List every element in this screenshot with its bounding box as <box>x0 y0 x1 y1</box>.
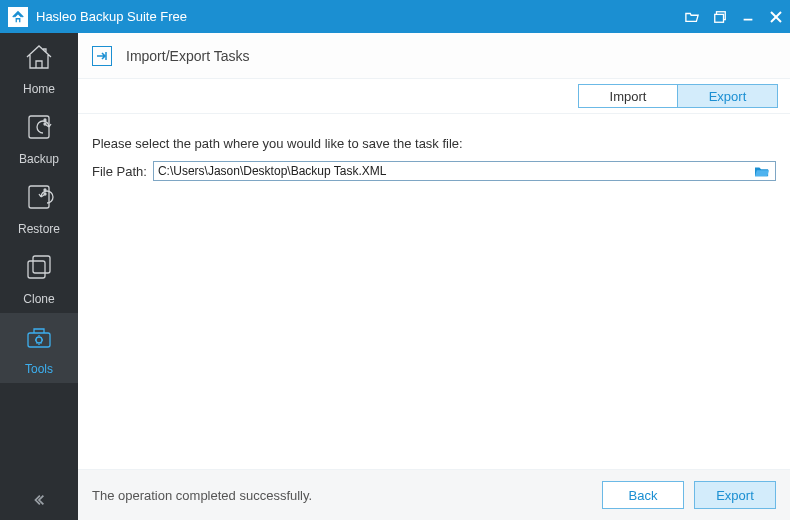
restore-window-icon[interactable] <box>706 0 734 33</box>
file-path-input[interactable]: C:\Users\Jason\Desktop\Backup Task.XML <box>153 161 776 181</box>
tab-bar: Import Export <box>78 79 790 113</box>
tab-export[interactable]: Export <box>678 84 778 108</box>
import-export-icon <box>92 46 112 66</box>
instruction-text: Please select the path where you would l… <box>92 136 776 151</box>
export-button[interactable]: Export <box>694 481 776 509</box>
sidebar: Home Backup Restore Clone Tools <box>0 33 78 520</box>
svg-rect-1 <box>715 14 724 22</box>
footer: The operation completed successfully. Ba… <box>78 470 790 520</box>
sidebar-collapse-icon[interactable] <box>0 488 78 512</box>
svg-rect-11 <box>33 256 50 273</box>
clone-icon <box>23 251 55 286</box>
close-icon[interactable] <box>762 0 790 33</box>
svg-rect-12 <box>28 261 45 278</box>
sidebar-item-home[interactable]: Home <box>0 33 78 103</box>
page-header: Import/Export Tasks <box>78 33 790 79</box>
status-text: The operation completed successfully. <box>92 488 592 503</box>
sidebar-item-tools[interactable]: Tools <box>0 313 78 383</box>
sidebar-item-label: Restore <box>18 222 60 236</box>
app-title: Hasleo Backup Suite Free <box>36 9 187 24</box>
sidebar-item-label: Tools <box>25 362 53 376</box>
file-path-value: C:\Users\Jason\Desktop\Backup Task.XML <box>158 164 753 178</box>
sidebar-item-clone[interactable]: Clone <box>0 243 78 313</box>
disk-backup-icon <box>23 111 55 146</box>
open-folder-icon[interactable] <box>678 0 706 33</box>
sidebar-item-label: Clone <box>23 292 54 306</box>
disk-restore-icon <box>23 181 55 216</box>
svg-point-7 <box>44 123 46 125</box>
sidebar-item-label: Backup <box>19 152 59 166</box>
main-panel: Import/Export Tasks Import Export Please… <box>78 33 790 520</box>
sidebar-item-backup[interactable]: Backup <box>0 103 78 173</box>
page-title: Import/Export Tasks <box>126 48 249 64</box>
file-path-label: File Path: <box>92 164 147 179</box>
sidebar-item-restore[interactable]: Restore <box>0 173 78 243</box>
svg-point-10 <box>44 193 46 195</box>
tab-import[interactable]: Import <box>578 84 678 108</box>
titlebar: Hasleo Backup Suite Free <box>0 0 790 33</box>
content-area: Please select the path where you would l… <box>78 113 790 470</box>
house-icon <box>23 41 55 76</box>
sidebar-item-label: Home <box>23 82 55 96</box>
minimize-icon[interactable] <box>734 0 762 33</box>
toolbox-icon <box>23 321 55 356</box>
app-icon <box>8 7 28 27</box>
back-button[interactable]: Back <box>602 481 684 509</box>
browse-folder-icon[interactable] <box>753 163 771 179</box>
